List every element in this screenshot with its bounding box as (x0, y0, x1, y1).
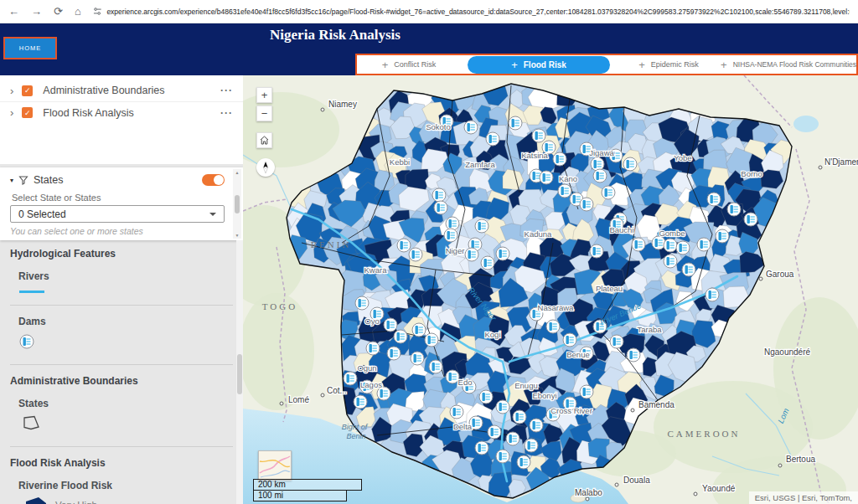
dam-marker (366, 342, 380, 355)
dam-marker (394, 330, 407, 343)
dam-marker (590, 244, 603, 258)
map-label: Malabo (575, 488, 602, 497)
collapse-triangle-icon[interactable]: ▾ (10, 177, 13, 184)
legend-subsection-title: Riverine Flood Risk (18, 480, 233, 491)
map-label: Nasarawa (538, 303, 574, 312)
browser-reload-icon[interactable]: ⟳ (54, 6, 63, 17)
map-label: TOGO (262, 301, 297, 311)
states-select[interactable]: 0 Selected (10, 205, 225, 223)
sidebar-scrollbar[interactable] (236, 240, 243, 504)
risk-swatch (25, 496, 47, 504)
dam-marker (488, 425, 501, 439)
plus-icon: + (511, 59, 518, 71)
dam-marker (558, 184, 571, 198)
dam-marker (593, 169, 607, 183)
overview-inset-map[interactable] (258, 450, 292, 481)
zoom-out-button[interactable]: − (256, 105, 272, 121)
dam-marker (387, 347, 401, 360)
map-label: N'Djamena (824, 157, 858, 167)
tab-epidemic-risk[interactable]: +Epidemic Risk (617, 55, 721, 74)
dam-marker (707, 193, 721, 206)
expand-chevron-icon[interactable]: › (10, 106, 13, 119)
dam-marker (496, 400, 509, 414)
map-label: Kano (559, 174, 577, 183)
browser-forward-icon[interactable]: → (31, 6, 42, 17)
dam-marker (591, 157, 604, 171)
dam-marker (475, 441, 488, 455)
map-label: Oyo (364, 316, 379, 326)
dam-marker (344, 372, 357, 385)
dam-marker (632, 238, 645, 251)
scale-km: 200 km (253, 479, 362, 491)
dam-marker (496, 247, 509, 260)
map-label: Kaduna (525, 229, 552, 239)
dam-marker (697, 238, 711, 251)
map-label: Zamfara (465, 160, 495, 169)
layer-item-flood-risk-analysis[interactable]: ›✓Flood Risk Analysis··· (0, 101, 243, 123)
dam-marker (580, 198, 593, 211)
map-label: Jigawa (589, 148, 614, 157)
dam-marker (532, 129, 545, 142)
dam-marker (525, 439, 538, 452)
default-extent-button[interactable] (256, 132, 272, 148)
legend-section-title: Administrative Boundaries (10, 375, 233, 387)
risk-legend-item: Very High (25, 496, 233, 504)
site-settings-icon[interactable] (93, 7, 102, 16)
dam-marker (425, 333, 438, 347)
filter-toggle[interactable] (202, 174, 225, 186)
dam-marker (506, 432, 519, 445)
map-canvas[interactable]: BENINTOGOCAMEROONNiameyN'DjamenaGarouaNg… (243, 75, 858, 504)
map-label: Benin (346, 432, 365, 440)
layer-options-icon[interactable]: ··· (220, 107, 233, 119)
dam-marker (716, 229, 729, 243)
layer-visibility-checkbox[interactable]: ✓ (22, 85, 33, 96)
legend-section-title: Flood Risk Analysis (10, 457, 233, 469)
map-label: Taraba (637, 325, 662, 334)
tab-nihsa-nema-flood-risk-communities[interactable]: +NIHSA-NEMA Flood Risk Communities (721, 55, 856, 74)
dam-marker (513, 410, 526, 424)
map-label: Sokoto (426, 122, 451, 131)
plus-icon: + (638, 59, 645, 71)
dam-marker (563, 333, 576, 347)
legend-layer-label: States (18, 398, 233, 409)
browser-home-icon[interactable]: ⌂ (75, 6, 81, 17)
map-label: Edo (458, 378, 473, 387)
risk-label: Very High (55, 500, 97, 504)
states-select-value: 0 Selected (18, 208, 66, 220)
legend-layer-label: Dams (18, 316, 233, 327)
tab-flood-risk[interactable]: +Flood Risk (468, 56, 610, 74)
dam-marker (546, 320, 560, 333)
dam-marker (540, 171, 553, 184)
layer-item-administrative-boundaries[interactable]: ›✓Administrative Boundaries··· (0, 80, 243, 101)
expand-chevron-icon[interactable]: › (10, 85, 13, 97)
map-label: Garoua (766, 270, 794, 279)
map-label: BENIN (311, 239, 352, 249)
home-button[interactable]: HOME (3, 37, 57, 59)
layer-label: Flood Risk Analysis (43, 107, 220, 119)
zoom-in-button[interactable]: + (256, 87, 272, 103)
dam-marker (682, 263, 695, 276)
dam-marker (496, 450, 509, 463)
browser-back-icon[interactable]: ← (8, 6, 19, 17)
layer-visibility-checkbox[interactable]: ✓ (22, 107, 33, 118)
filter-scrollbar[interactable]: ▲▼ (233, 169, 241, 239)
address-bar[interactable]: experience.arcgis.com/experience/b48631e… (93, 7, 850, 16)
layer-options-icon[interactable]: ··· (220, 85, 233, 96)
url-text: experience.arcgis.com/experience/b48631e… (106, 8, 850, 16)
dam-marker (706, 288, 719, 301)
tab-conflict-risk[interactable]: +Conflict Risk (357, 55, 461, 74)
map-label: Niamey (328, 100, 357, 109)
legend-section-title: Hydrological Features (10, 248, 233, 260)
dam-marker (627, 348, 640, 362)
dam-marker (479, 390, 493, 404)
map-label: Kebbi (390, 157, 410, 167)
map-label: Ogun (357, 363, 376, 373)
map-label: Katsina (521, 151, 548, 160)
sidebar: ›✓Administrative Boundaries···›✓Flood Ri… (0, 75, 243, 504)
map-label: Borno (741, 169, 762, 178)
browser-toolbar: ← → ⟳ ⌂ experience.arcgis.com/experience… (0, 0, 858, 23)
compass-button[interactable] (256, 158, 275, 177)
map-label: CAMEROON (668, 429, 741, 439)
map-label: Bertoua (786, 455, 815, 464)
risk-legend-items: Very HighHighMedium (10, 496, 233, 504)
